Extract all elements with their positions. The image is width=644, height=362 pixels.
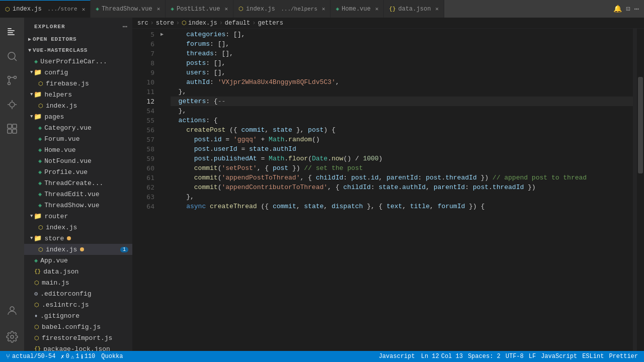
status-encoding[interactable]: UTF-8 [504, 353, 526, 360]
file-label: index.js [46, 246, 77, 253]
sidebar-more-icon[interactable]: ⋯ [122, 22, 127, 32]
svg-rect-10 [8, 124, 12, 128]
open-editors-header[interactable]: ▶ OPEN EDITORS [24, 34, 132, 45]
file-item-gitignore[interactable]: ⬧ .gitignore [24, 310, 132, 321]
activity-icon-search[interactable] [0, 44, 24, 68]
modified-dot [67, 236, 71, 240]
file-item-eslintrc[interactable]: ⬡ .eslintrc.js [24, 299, 132, 310]
file-item-mainjs[interactable]: ⬡ main.js [24, 277, 132, 288]
breadcrumb-store[interactable]: store [156, 20, 174, 27]
arrow-icon: ▶ [28, 36, 31, 42]
file-item-helpers-index[interactable]: ⬡ index.js [24, 100, 132, 111]
breadcrumb-sep1: › [150, 20, 154, 27]
status-file-type[interactable]: JavaScript [539, 353, 579, 360]
file-item-threadcreate[interactable]: ◈ ThreadCreate... [24, 177, 132, 189]
file-label: .editorconfig [40, 290, 91, 298]
status-language[interactable]: Javascript [376, 353, 418, 360]
tab-close-icon[interactable]: ✕ [375, 6, 379, 12]
tab-index-helpers[interactable]: ⬡ index.js .../helpers ✕ [233, 0, 331, 18]
tab-close-icon[interactable]: ✕ [224, 6, 228, 12]
sidebar-title: EXPLORER [34, 24, 65, 30]
file-item-threadedit[interactable]: ◈ ThreadEdit.vue [24, 189, 132, 200]
project-label: VUE-MASTERCLASS [33, 47, 88, 53]
code-editor[interactable]: 5 6 7 8 9 10 11 12 54 55 56 57 58 59 60 … [132, 29, 644, 351]
status-cursor[interactable]: Ln 12 Col 13 [419, 353, 465, 360]
file-item-packagelock[interactable]: {} package-lock.json [24, 343, 132, 351]
activity-icon-git[interactable] [0, 68, 24, 93]
tab-index-store[interactable]: ⬡ index.js .../store ✕ [0, 0, 91, 18]
tab-data-json[interactable]: {} data.json ✕ [384, 0, 444, 18]
vue-file-icon: ◈ [38, 168, 42, 176]
layout-icon[interactable]: ⊡ [626, 5, 630, 13]
folder-store[interactable]: ▼ 📁 store [24, 233, 132, 244]
file-item-notfound[interactable]: ◈ NotFound.vue [24, 155, 132, 166]
tab-label: data.json [398, 6, 431, 13]
file-item-appvue[interactable]: ◈ App.vue [24, 255, 132, 266]
vue-file-icon: ◈ [171, 6, 174, 12]
file-item-home[interactable]: ◈ Home.vue [24, 144, 132, 155]
arrow-down-icon: ▼ [30, 236, 33, 241]
code-line: post.id = 'ggqq' + Math.random() [171, 135, 633, 144]
file-item-threadshow[interactable]: ◈ ThreadShow.vue [24, 200, 132, 211]
minimap [633, 29, 637, 351]
breadcrumb-default[interactable]: default [225, 20, 250, 27]
fold-button[interactable]: ▶ [157, 30, 167, 39]
file-item-firebase[interactable]: ⬡ firebase.js [24, 78, 132, 89]
file-item-userproflecar[interactable]: ◈ UserProfileCar... [24, 56, 132, 67]
folder-helpers[interactable]: ▼ 📁 helpers [24, 89, 132, 100]
code-content[interactable]: categories: [], forums: [], threads: [],… [167, 29, 633, 351]
status-line-ending[interactable]: LF [527, 353, 538, 360]
folder-config[interactable]: ▼ 📁 config [24, 67, 132, 78]
tabs-container: ⬡ index.js .../store ✕ ◈ ThreadShow.vue … [0, 0, 613, 18]
line-ending-label: LF [529, 353, 536, 360]
project-header[interactable]: ▼ VUE-MASTERCLASS [24, 45, 132, 56]
js-file-icon: ⬡ [38, 80, 43, 87]
activity-icon-settings[interactable] [0, 325, 24, 349]
fold-gutter: ▶ [157, 29, 167, 351]
file-item-category[interactable]: ◈ Category.vue [24, 122, 132, 133]
file-item-firestoreimport[interactable]: ⬡ firestoreImport.js [24, 332, 132, 343]
line-numbers-gutter: 5 6 7 8 9 10 11 12 54 55 56 57 58 59 60 … [132, 29, 157, 351]
file-item-store-index[interactable]: ⬡ index.js 1 [24, 244, 132, 255]
code-line: post.userId = state.authId [171, 144, 633, 154]
tab-threadshow-vue[interactable]: ◈ ThreadShow.vue ✕ [91, 0, 166, 18]
activity-icon-extensions[interactable] [0, 117, 24, 141]
tab-close-icon[interactable]: ✕ [157, 6, 160, 12]
code-line: createPost ({ commit, state }, post) { [171, 125, 633, 135]
folder-pages[interactable]: ▼ 📁 pages [24, 111, 132, 122]
status-eslint[interactable]: ESLint [580, 353, 606, 360]
status-git-branch[interactable]: ⑂ actual/50-54 [4, 353, 57, 360]
file-item-editorconfig[interactable]: ⚙ .editorconfig [24, 288, 132, 299]
folder-router[interactable]: ▼ 📁 router [24, 211, 132, 222]
file-label: Category.vue [44, 124, 92, 132]
tab-close-icon[interactable]: ✕ [82, 6, 86, 13]
json-file-icon: {} [34, 268, 41, 275]
sidebar-panel: EXPLORER ⋯ ▶ OPEN EDITORS ▼ VUE-MASTERCL… [24, 18, 132, 351]
activity-icon-debug[interactable] [0, 93, 24, 117]
status-spaces[interactable]: Spaces: 2 [466, 353, 503, 360]
file-item-router-index[interactable]: ⬡ index.js [24, 222, 132, 233]
notifications-icon[interactable]: 🔔 [613, 5, 622, 13]
tab-postlist-vue[interactable]: ◈ PostList.vue ✕ [166, 0, 233, 18]
tab-close-icon[interactable]: ✕ [322, 6, 326, 12]
breadcrumb-src[interactable]: src [137, 20, 148, 27]
status-quokka[interactable]: Quokka [98, 353, 126, 360]
info-icon: ℹ [81, 353, 83, 360]
activity-icon-explorer[interactable] [0, 20, 24, 44]
tab-home-vue[interactable]: ◈ Home.vue ✕ [331, 0, 384, 18]
config-file-icon: ⬧ [34, 312, 38, 319]
activity-icon-account[interactable] [0, 299, 24, 323]
js-file-icon: ⬡ [34, 302, 39, 308]
more-actions-icon[interactable]: ⋯ [634, 4, 639, 14]
vue-file-icon: ◈ [38, 124, 42, 132]
breadcrumb-file[interactable]: ⬡index.js [182, 20, 217, 27]
file-item-forum[interactable]: ◈ Forum.vue [24, 133, 132, 144]
scrollbar-vertical[interactable] [637, 29, 644, 351]
status-prettier[interactable]: Prettier [607, 353, 640, 360]
file-item-babel[interactable]: ⬡ babel.config.js [24, 321, 132, 332]
breadcrumb-getters[interactable]: getters [258, 20, 283, 27]
tab-close-icon[interactable]: ✕ [435, 6, 439, 12]
file-item-profile[interactable]: ◈ Profile.vue [24, 166, 132, 177]
status-errors[interactable]: ✗ 0 ⚠ 1 ℹ 110 [57, 353, 98, 360]
file-item-datajson[interactable]: {} data.json [24, 266, 132, 277]
